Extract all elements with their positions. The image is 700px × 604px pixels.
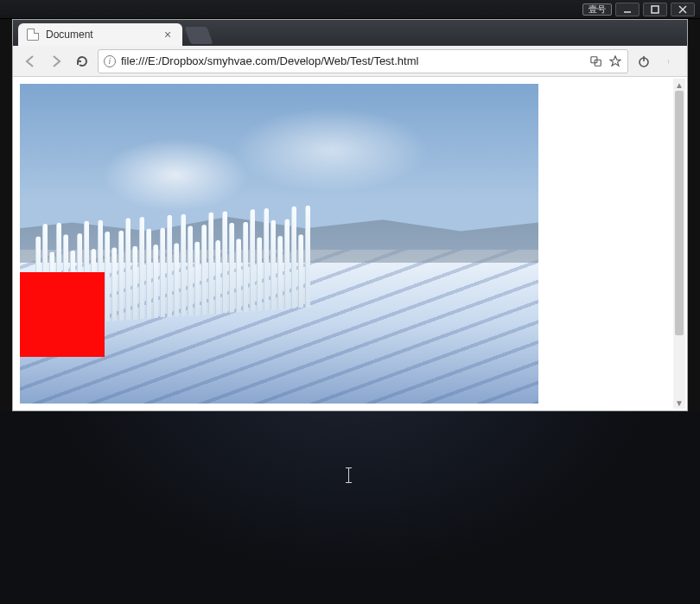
star-icon	[609, 55, 621, 67]
window-maximize-button[interactable]	[643, 3, 667, 16]
page-file-icon	[27, 29, 39, 41]
window-close-button[interactable]	[671, 3, 695, 16]
window-minimize-button[interactable]	[615, 3, 640, 16]
scrollbar-track[interactable]	[673, 91, 685, 397]
browser-window: Document × i file:///E:/Dropbox/smyhvae.…	[12, 19, 688, 411]
nav-forward-button[interactable]	[46, 51, 67, 72]
reload-icon	[75, 54, 89, 68]
arrow-left-icon	[23, 54, 37, 68]
page-content	[20, 84, 538, 404]
close-icon	[678, 5, 687, 14]
tab-close-button[interactable]: ×	[162, 29, 174, 41]
desktop-background	[0, 411, 700, 604]
scroll-up-arrow-icon[interactable]: ▲	[673, 79, 685, 91]
browser-menu-button[interactable]	[659, 51, 680, 72]
os-titlebar: 壹号	[0, 0, 700, 19]
svg-point-11	[668, 61, 669, 62]
kebab-menu-icon	[668, 54, 671, 68]
browser-toolbar: i file:///E:/Dropbox/smyhvae.com/Develop…	[13, 46, 687, 77]
nav-back-button[interactable]	[20, 51, 41, 72]
omnibox-url: file:///E:/Dropbox/smyhvae.com/Develop/W…	[121, 54, 584, 67]
svg-point-10	[668, 60, 669, 61]
bookmark-star-icon[interactable]	[608, 54, 622, 68]
omnibox[interactable]: i file:///E:/Dropbox/smyhvae.com/Develop…	[98, 49, 628, 73]
minimize-icon	[623, 5, 632, 14]
svg-marker-6	[610, 55, 620, 65]
svg-point-9	[668, 60, 669, 60]
vertical-scrollbar[interactable]: ▲ ▼	[673, 79, 685, 409]
new-tab-button[interactable]	[184, 27, 213, 44]
red-box-element	[20, 272, 105, 357]
scroll-down-arrow-icon[interactable]: ▼	[673, 397, 685, 409]
tab-strip: Document ×	[13, 20, 687, 46]
maximize-icon	[651, 5, 659, 14]
arrow-right-icon	[49, 54, 63, 68]
text-caret-cursor	[348, 467, 349, 483]
ime-indicator[interactable]: 壹号	[582, 3, 612, 16]
site-info-icon[interactable]: i	[104, 55, 116, 67]
tab-active[interactable]: Document ×	[18, 23, 182, 46]
translate-icon[interactable]	[589, 54, 603, 68]
tab-title: Document	[46, 29, 155, 41]
power-extension-icon[interactable]	[633, 51, 654, 72]
translate-glyph-icon	[590, 55, 602, 67]
browser-viewport: ▲ ▼	[13, 77, 687, 410]
svg-rect-1	[652, 6, 659, 13]
scrollbar-thumb[interactable]	[675, 91, 684, 335]
power-icon	[637, 54, 651, 68]
nav-reload-button[interactable]	[72, 51, 92, 72]
